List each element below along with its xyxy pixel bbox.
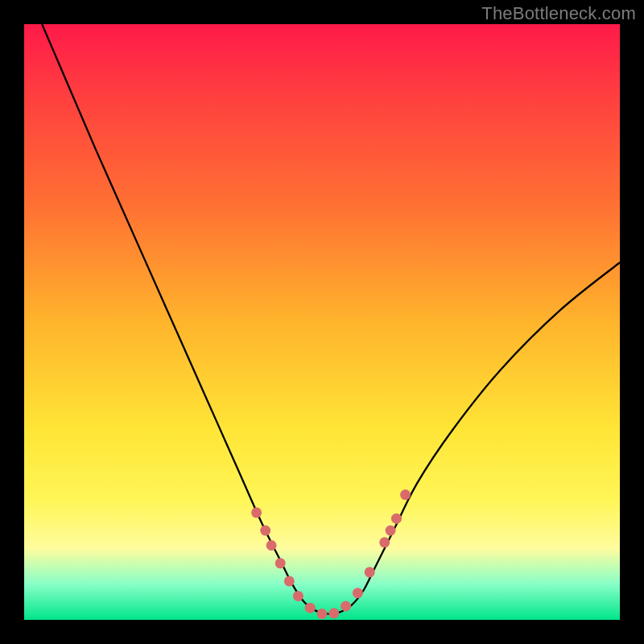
highlight-dot (400, 489, 411, 500)
highlight-dot (328, 608, 339, 618)
highlight-dot (260, 526, 270, 536)
highlight-dots (251, 489, 411, 619)
highlight-dot (386, 526, 396, 536)
plot-area (24, 24, 620, 620)
highlight-dot (379, 537, 390, 547)
chart-frame: TheBottleneck.com (0, 0, 644, 644)
highlight-dot (365, 567, 375, 577)
highlight-dot (251, 507, 262, 518)
highlight-dot (275, 558, 286, 568)
watermark-text: TheBottleneck.com (481, 3, 636, 24)
highlight-dot (284, 576, 295, 586)
highlight-dot (341, 601, 351, 611)
curve-layer (24, 24, 620, 620)
highlight-dot (266, 540, 277, 551)
highlight-dot (353, 588, 363, 598)
highlight-dot (317, 609, 328, 619)
highlight-dot (305, 603, 316, 613)
bottleneck-curve (42, 24, 620, 614)
highlight-dot (391, 514, 402, 524)
highlight-dot (293, 591, 303, 601)
